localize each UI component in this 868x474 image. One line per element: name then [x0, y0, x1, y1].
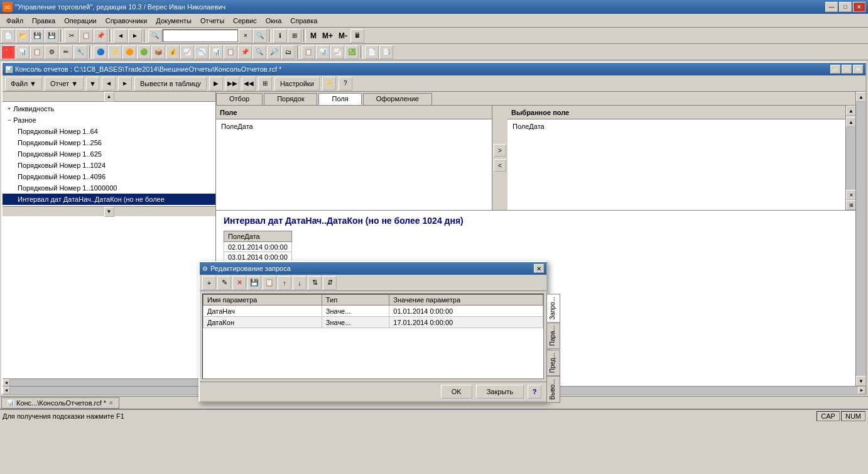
tb-search-btn[interactable]: 🔍	[148, 29, 162, 43]
menu-reference[interactable]: Справочники	[102, 16, 151, 26]
dialog-close-button[interactable]: Закрыть	[476, 385, 524, 399]
tb2-btn7[interactable]: 🔵	[94, 45, 107, 59]
tree-item-4[interactable]: Порядковый Номер 1..625	[3, 148, 215, 160]
inner-tb-file[interactable]: Файл ▼	[5, 77, 42, 91]
tree-item-1[interactable]: − Разное	[3, 114, 215, 126]
side-tab-output[interactable]: Выво...	[546, 376, 560, 403]
inner-tb-help[interactable]: ?	[339, 77, 352, 91]
main-h-scroll-left[interactable]: ◄	[3, 387, 10, 394]
tb2-btn8[interactable]: ⚡	[108, 45, 122, 59]
dialog-tb-add[interactable]: +	[202, 276, 216, 290]
dialog-tb-copy[interactable]: 📋	[263, 276, 276, 290]
tb-search-go[interactable]: ×	[239, 29, 252, 43]
tb-ext-btn[interactable]: ⊞	[288, 29, 301, 43]
dialog-tb-sort1[interactable]: ⇅	[308, 276, 322, 290]
dialog-close-btn[interactable]: ✕	[534, 264, 544, 273]
tb-paste-btn[interactable]: 📌	[94, 29, 107, 43]
inner-tb-run2[interactable]: ▶▶	[225, 77, 239, 91]
tb2-btn17[interactable]: 📌	[238, 45, 252, 59]
main-scroll-down[interactable]: ▼	[856, 376, 865, 386]
tree-item-7[interactable]: Порядковый Номер 1..1000000	[3, 182, 215, 194]
tb2-btn3[interactable]: 📋	[30, 45, 44, 59]
tree-item-2[interactable]: Порядковый Номер 1..64	[3, 126, 215, 137]
right-scroll-x[interactable]: ✕	[846, 190, 855, 200]
tb2-btn16[interactable]: 📋	[224, 45, 237, 59]
tb-calc-btn[interactable]: 🖩	[350, 29, 364, 43]
tb2-btn12[interactable]: 💰	[166, 45, 180, 59]
field-item-0[interactable]: ПолеДата	[216, 121, 492, 132]
dialog-tb-del[interactable]: ✕	[232, 276, 246, 290]
arrow-right-btn[interactable]: >	[494, 144, 506, 157]
tb2-btn11[interactable]: 📦	[151, 45, 165, 59]
inner-close-btn[interactable]: ✕	[853, 65, 863, 74]
side-tab-params[interactable]: Пара...	[546, 322, 560, 349]
tb2-btn19[interactable]: 🔎	[267, 45, 281, 59]
inner-tb-prev[interactable]: ◀◀	[242, 77, 256, 91]
tb-search-exec[interactable]: 🔍	[253, 29, 267, 43]
tb2-btn14[interactable]: 📉	[195, 45, 209, 59]
tb2-btn21[interactable]: 📋	[301, 45, 315, 59]
menu-file[interactable]: Файл	[3, 16, 27, 26]
selected-field-0[interactable]: ПолеДата	[507, 121, 845, 132]
dialog-tb-up[interactable]: ↑	[278, 276, 291, 290]
minimize-button[interactable]: —	[825, 2, 838, 12]
dialog-help-btn[interactable]: ?	[528, 385, 541, 399]
tb-open-btn[interactable]: 📂	[16, 29, 30, 43]
side-tab-preview[interactable]: Пред...	[546, 350, 560, 376]
tb2-btn18[interactable]: 🔍	[252, 45, 266, 59]
dialog-tb-down[interactable]: ↓	[293, 276, 307, 290]
data-row-0[interactable]: 02.01.2014 0:00:00	[224, 242, 292, 252]
tb-save2-btn[interactable]: 💾	[45, 29, 58, 43]
inner-tb-dropdown[interactable]: ▼	[86, 77, 99, 91]
maximize-button[interactable]: □	[839, 2, 852, 12]
inner-tb-back[interactable]: ◄	[102, 77, 116, 91]
menu-windows[interactable]: Окна	[262, 16, 286, 26]
inner-tb-grid[interactable]: ⊞	[258, 77, 272, 91]
tree-item-0[interactable]: + Ликвидность	[3, 103, 215, 114]
tree-item-3[interactable]: Порядковый Номер 1..256	[3, 137, 215, 148]
tb2-btn9[interactable]: 🟠	[122, 45, 136, 59]
menu-reports[interactable]: Отчеты	[197, 16, 228, 26]
tb2-btn24[interactable]: 💹	[345, 45, 359, 59]
menu-help[interactable]: Справка	[286, 16, 321, 26]
search-input[interactable]	[163, 30, 238, 42]
tb-back-btn[interactable]: ◄	[114, 29, 127, 43]
tb2-btn2[interactable]: 📊	[16, 45, 30, 59]
dialog-tb-edit[interactable]: ✎	[217, 276, 231, 290]
tree-scroll-up[interactable]: ▲	[104, 92, 114, 102]
tb-save-btn[interactable]: 💾	[30, 29, 44, 43]
tb2-btn6[interactable]: 🔧	[73, 45, 87, 59]
right-scroll-up2[interactable]: ▲	[846, 117, 855, 127]
tree-item-8[interactable]: Интервал дат ДатаНач..ДатаКон (но не бол…	[3, 194, 215, 205]
main-h-scroll-right[interactable]: ►	[858, 387, 865, 394]
tb-fwd-btn[interactable]: ►	[128, 29, 142, 43]
tb2-btn23[interactable]: 📈	[330, 45, 344, 59]
inner-tb-run[interactable]: ▶	[209, 77, 223, 91]
tb2-btn22[interactable]: 📊	[316, 45, 330, 59]
inner-restore-btn[interactable]: □	[842, 65, 852, 74]
bottom-tab-console[interactable]: 📊 Конс...\КонсольОтчетов.rcf * ✕	[1, 397, 119, 409]
tb-info-btn[interactable]: ℹ	[273, 29, 287, 43]
right-scroll-up[interactable]: ▲	[846, 106, 855, 116]
tb-copy-btn[interactable]: 📋	[79, 29, 93, 43]
tb2-btn1[interactable]: 🔴	[1, 45, 15, 59]
arrow-left-btn[interactable]: <	[494, 159, 506, 172]
inner-tb-export[interactable]: Вывести в таблицу	[134, 77, 207, 91]
tab-fields[interactable]: Поля	[318, 93, 361, 105]
tb-new-btn[interactable]: 📄	[1, 29, 15, 43]
bottom-tab-close[interactable]: ✕	[109, 400, 114, 406]
tb2-btn15[interactable]: 📊	[209, 45, 223, 59]
dialog-tb-sort2[interactable]: ⇵	[323, 276, 337, 290]
tb-cut-btn[interactable]: ✂	[65, 29, 79, 43]
tree-scroll-down[interactable]: ▼	[104, 207, 114, 217]
dialog-tb-save[interactable]: 💾	[247, 276, 261, 290]
close-button[interactable]: ✕	[853, 2, 865, 12]
menu-service[interactable]: Сервис	[229, 16, 261, 26]
menu-documents[interactable]: Документы	[152, 16, 195, 26]
menu-operations[interactable]: Операции	[60, 16, 100, 26]
inner-tb-flash[interactable]: ⚡	[322, 77, 336, 91]
inner-tb-report[interactable]: Отчет ▼	[45, 77, 84, 91]
tree-item-6[interactable]: Порядковый Номер 1..4096	[3, 171, 215, 182]
inner-tb-settings[interactable]: Настройки	[274, 77, 320, 91]
inner-tb-fwd[interactable]: ►	[118, 77, 132, 91]
